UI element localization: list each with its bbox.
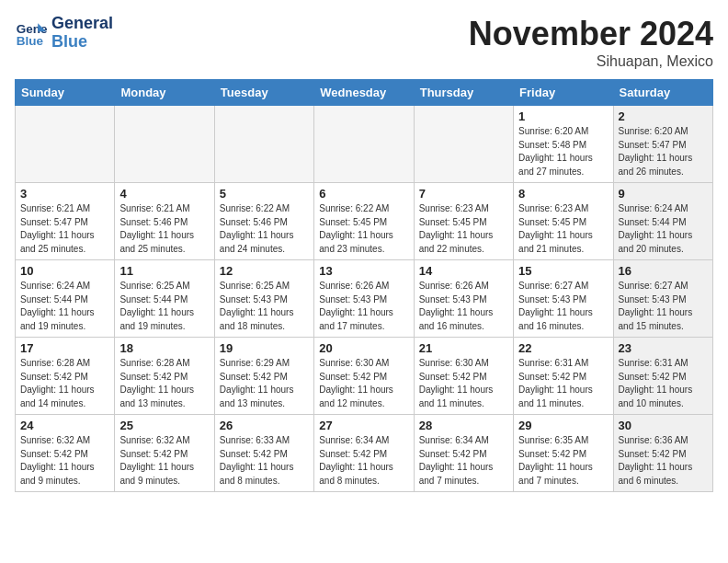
calendar-cell: 27Sunrise: 6:34 AM Sunset: 5:42 PM Dayli…	[314, 415, 414, 492]
day-info: Sunrise: 6:28 AM Sunset: 5:42 PM Dayligh…	[20, 357, 109, 410]
week-row-1: 1Sunrise: 6:20 AM Sunset: 5:48 PM Daylig…	[16, 106, 713, 183]
calendar-cell: 19Sunrise: 6:29 AM Sunset: 5:42 PM Dayli…	[214, 338, 313, 415]
location-title: Sihuapan, Mexico	[469, 53, 713, 70]
calendar-cell: 3Sunrise: 6:21 AM Sunset: 5:47 PM Daylig…	[16, 183, 115, 260]
calendar-cell: 17Sunrise: 6:28 AM Sunset: 5:42 PM Dayli…	[16, 338, 115, 415]
day-info: Sunrise: 6:34 AM Sunset: 5:42 PM Dayligh…	[419, 434, 508, 488]
calendar-cell: 15Sunrise: 6:27 AM Sunset: 5:43 PM Dayli…	[514, 260, 613, 338]
calendar-cell: 23Sunrise: 6:31 AM Sunset: 5:42 PM Dayli…	[613, 338, 712, 415]
logo-icon: General Blue	[15, 17, 48, 50]
calendar-cell: 16Sunrise: 6:27 AM Sunset: 5:43 PM Dayli…	[613, 260, 712, 338]
day-info: Sunrise: 6:32 AM Sunset: 5:42 PM Dayligh…	[20, 434, 109, 488]
calendar-cell: 18Sunrise: 6:28 AM Sunset: 5:42 PM Dayli…	[115, 338, 214, 415]
day-info: Sunrise: 6:36 AM Sunset: 5:42 PM Dayligh…	[619, 434, 708, 488]
day-number: 19	[220, 341, 309, 355]
day-number: 5	[220, 187, 309, 201]
weekday-header-wednesday: Wednesday	[314, 80, 414, 106]
calendar-cell: 20Sunrise: 6:30 AM Sunset: 5:42 PM Dayli…	[314, 338, 414, 415]
day-info: Sunrise: 6:23 AM Sunset: 5:45 PM Dayligh…	[518, 202, 608, 256]
day-info: Sunrise: 6:24 AM Sunset: 5:44 PM Dayligh…	[619, 202, 708, 256]
day-number: 26	[220, 419, 309, 432]
day-info: Sunrise: 6:22 AM Sunset: 5:45 PM Dayligh…	[319, 202, 408, 256]
day-number: 17	[20, 341, 109, 355]
calendar-cell	[16, 106, 115, 183]
svg-text:Blue: Blue	[17, 33, 44, 47]
weekday-header-saturday: Saturday	[613, 80, 712, 106]
day-info: Sunrise: 6:20 AM Sunset: 5:48 PM Dayligh…	[518, 125, 608, 178]
day-info: Sunrise: 6:25 AM Sunset: 5:44 PM Dayligh…	[119, 280, 209, 333]
calendar-cell: 26Sunrise: 6:33 AM Sunset: 5:42 PM Dayli…	[214, 415, 313, 492]
day-number: 3	[20, 187, 109, 201]
calendar-cell: 14Sunrise: 6:26 AM Sunset: 5:43 PM Dayli…	[414, 260, 513, 338]
day-number: 30	[619, 419, 708, 432]
calendar-cell	[214, 106, 313, 183]
day-number: 4	[119, 187, 209, 201]
day-number: 29	[518, 419, 608, 432]
calendar-cell: 8Sunrise: 6:23 AM Sunset: 5:45 PM Daylig…	[514, 183, 613, 260]
day-info: Sunrise: 6:32 AM Sunset: 5:42 PM Dayligh…	[119, 434, 209, 488]
day-info: Sunrise: 6:21 AM Sunset: 5:46 PM Dayligh…	[119, 202, 209, 256]
day-info: Sunrise: 6:22 AM Sunset: 5:46 PM Dayligh…	[220, 202, 309, 256]
day-info: Sunrise: 6:30 AM Sunset: 5:42 PM Dayligh…	[419, 357, 508, 410]
day-info: Sunrise: 6:29 AM Sunset: 5:42 PM Dayligh…	[220, 357, 309, 410]
day-info: Sunrise: 6:34 AM Sunset: 5:42 PM Dayligh…	[319, 434, 408, 488]
day-info: Sunrise: 6:26 AM Sunset: 5:43 PM Dayligh…	[319, 280, 408, 333]
calendar-cell: 7Sunrise: 6:23 AM Sunset: 5:45 PM Daylig…	[414, 183, 513, 260]
day-number: 12	[220, 264, 309, 278]
calendar-cell: 6Sunrise: 6:22 AM Sunset: 5:45 PM Daylig…	[314, 183, 414, 260]
calendar-table: SundayMondayTuesdayWednesdayThursdayFrid…	[15, 79, 713, 492]
logo: General Blue General Blue	[15, 15, 113, 52]
calendar-cell: 4Sunrise: 6:21 AM Sunset: 5:46 PM Daylig…	[115, 183, 214, 260]
day-number: 23	[619, 341, 708, 355]
week-row-3: 10Sunrise: 6:24 AM Sunset: 5:44 PM Dayli…	[16, 260, 713, 338]
day-number: 28	[419, 419, 508, 432]
calendar-cell: 2Sunrise: 6:20 AM Sunset: 5:47 PM Daylig…	[613, 106, 712, 183]
month-title: November 2024	[469, 15, 713, 53]
logo-line1: General	[51, 15, 113, 33]
day-info: Sunrise: 6:33 AM Sunset: 5:42 PM Dayligh…	[220, 434, 309, 488]
calendar-cell: 11Sunrise: 6:25 AM Sunset: 5:44 PM Dayli…	[115, 260, 214, 338]
day-number: 9	[619, 187, 708, 201]
weekday-header-sunday: Sunday	[16, 80, 115, 106]
day-number: 20	[319, 341, 408, 355]
day-number: 2	[619, 109, 708, 123]
weekday-header-thursday: Thursday	[414, 80, 513, 106]
calendar-cell	[115, 106, 214, 183]
calendar-cell: 12Sunrise: 6:25 AM Sunset: 5:43 PM Dayli…	[214, 260, 313, 338]
calendar-cell: 10Sunrise: 6:24 AM Sunset: 5:44 PM Dayli…	[16, 260, 115, 338]
logo-line2: Blue	[51, 33, 113, 52]
day-info: Sunrise: 6:21 AM Sunset: 5:47 PM Dayligh…	[20, 202, 109, 256]
calendar-cell: 29Sunrise: 6:35 AM Sunset: 5:42 PM Dayli…	[514, 415, 613, 492]
day-info: Sunrise: 6:25 AM Sunset: 5:43 PM Dayligh…	[220, 280, 309, 333]
day-number: 1	[518, 109, 608, 123]
day-number: 21	[419, 341, 508, 355]
day-number: 16	[619, 264, 708, 278]
calendar-cell: 21Sunrise: 6:30 AM Sunset: 5:42 PM Dayli…	[414, 338, 513, 415]
day-number: 22	[518, 341, 608, 355]
day-number: 8	[518, 187, 608, 201]
day-info: Sunrise: 6:24 AM Sunset: 5:44 PM Dayligh…	[20, 280, 109, 333]
day-number: 18	[119, 341, 209, 355]
day-number: 25	[119, 419, 209, 432]
day-info: Sunrise: 6:30 AM Sunset: 5:42 PM Dayligh…	[319, 357, 408, 410]
day-number: 15	[518, 264, 608, 278]
day-number: 7	[419, 187, 508, 201]
week-row-5: 24Sunrise: 6:32 AM Sunset: 5:42 PM Dayli…	[16, 415, 713, 492]
day-number: 24	[20, 419, 109, 432]
day-info: Sunrise: 6:23 AM Sunset: 5:45 PM Dayligh…	[419, 202, 508, 256]
weekday-header-friday: Friday	[514, 80, 613, 106]
calendar-cell: 28Sunrise: 6:34 AM Sunset: 5:42 PM Dayli…	[414, 415, 513, 492]
day-info: Sunrise: 6:31 AM Sunset: 5:42 PM Dayligh…	[518, 357, 608, 410]
day-info: Sunrise: 6:20 AM Sunset: 5:47 PM Dayligh…	[619, 125, 708, 178]
calendar-cell: 24Sunrise: 6:32 AM Sunset: 5:42 PM Dayli…	[16, 415, 115, 492]
day-info: Sunrise: 6:35 AM Sunset: 5:42 PM Dayligh…	[518, 434, 608, 488]
weekday-header-row: SundayMondayTuesdayWednesdayThursdayFrid…	[16, 80, 713, 106]
weekday-header-monday: Monday	[115, 80, 214, 106]
calendar-cell: 13Sunrise: 6:26 AM Sunset: 5:43 PM Dayli…	[314, 260, 414, 338]
page-header: General Blue General Blue November 2024 …	[15, 15, 713, 70]
week-row-4: 17Sunrise: 6:28 AM Sunset: 5:42 PM Dayli…	[16, 338, 713, 415]
day-info: Sunrise: 6:27 AM Sunset: 5:43 PM Dayligh…	[518, 280, 608, 333]
calendar-cell: 1Sunrise: 6:20 AM Sunset: 5:48 PM Daylig…	[514, 106, 613, 183]
day-number: 10	[20, 264, 109, 278]
day-number: 11	[119, 264, 209, 278]
